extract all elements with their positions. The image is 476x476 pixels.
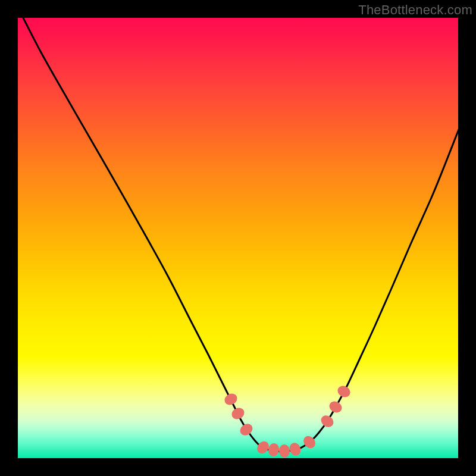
curve-marker: [336, 384, 352, 399]
curve-marker: [230, 406, 246, 421]
curve-line: [23, 18, 458, 451]
plot-area: [18, 18, 458, 458]
curve-marker: [223, 392, 239, 407]
curve-marker: [319, 413, 336, 430]
curve-marker: [327, 399, 344, 415]
bottleneck-curve: [18, 18, 458, 458]
curve-marker: [238, 421, 255, 438]
curve-marker: [288, 441, 302, 458]
curve-marker: [279, 444, 290, 458]
watermark-text: TheBottleneck.com: [358, 2, 472, 18]
curve-marker: [255, 439, 271, 456]
curve-marker: [267, 443, 280, 458]
chart-frame: TheBottleneck.com: [0, 0, 476, 476]
